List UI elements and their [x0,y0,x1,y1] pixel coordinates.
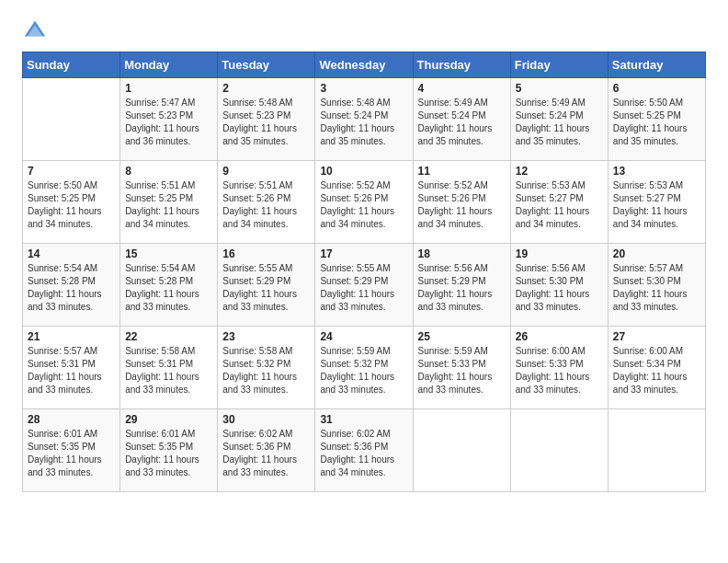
day-info: Sunrise: 5:56 AM Sunset: 5:30 PM Dayligh… [516,262,603,314]
day-info: Sunrise: 5:51 AM Sunset: 5:25 PM Dayligh… [125,179,212,231]
day-number: 1 [125,82,212,95]
calendar-week-3: 14Sunrise: 5:54 AM Sunset: 5:28 PM Dayli… [23,244,706,327]
day-number: 17 [320,247,407,260]
day-info: Sunrise: 5:48 AM Sunset: 5:24 PM Dayligh… [320,97,407,148]
calendar-cell: 31Sunrise: 6:02 AM Sunset: 5:36 PM Dayli… [315,409,413,492]
day-number: 23 [222,330,310,343]
calendar-cell: 18Sunrise: 5:56 AM Sunset: 5:29 PM Dayli… [413,244,510,327]
day-info: Sunrise: 5:55 AM Sunset: 5:29 PM Dayligh… [320,262,407,314]
calendar-cell: 14Sunrise: 5:54 AM Sunset: 5:28 PM Dayli… [23,244,120,327]
calendar-week-2: 7Sunrise: 5:50 AM Sunset: 5:25 PM Daylig… [23,161,706,244]
calendar-cell: 16Sunrise: 5:55 AM Sunset: 5:29 PM Dayli… [218,244,315,327]
calendar-cell: 9Sunrise: 5:51 AM Sunset: 5:26 PM Daylig… [218,161,315,244]
calendar-cell: 21Sunrise: 5:57 AM Sunset: 5:31 PM Dayli… [23,327,120,409]
calendar-cell: 13Sunrise: 5:53 AM Sunset: 5:27 PM Dayli… [608,161,705,244]
day-info: Sunrise: 5:52 AM Sunset: 5:26 PM Dayligh… [418,179,506,231]
calendar-cell: 26Sunrise: 6:00 AM Sunset: 5:33 PM Dayli… [510,327,608,409]
day-info: Sunrise: 5:54 AM Sunset: 5:28 PM Dayligh… [125,262,212,314]
day-info: Sunrise: 5:49 AM Sunset: 5:24 PM Dayligh… [516,97,603,148]
calendar-cell: 30Sunrise: 6:02 AM Sunset: 5:36 PM Dayli… [218,409,315,492]
calendar-cell [413,409,510,492]
day-number: 19 [516,247,603,260]
day-number: 14 [28,247,115,260]
day-number: 7 [28,165,115,178]
day-header-monday: Monday [120,52,218,78]
day-number: 12 [516,165,603,178]
day-number: 5 [516,82,603,95]
day-number: 11 [418,165,506,178]
calendar-cell: 4Sunrise: 5:49 AM Sunset: 5:24 PM Daylig… [413,78,510,161]
day-info: Sunrise: 5:53 AM Sunset: 5:27 PM Dayligh… [613,179,700,231]
day-header-saturday: Saturday [608,52,705,78]
calendar-cell: 28Sunrise: 6:01 AM Sunset: 5:35 PM Dayli… [23,409,120,492]
day-number: 29 [125,413,212,426]
day-header-friday: Friday [510,52,608,78]
day-info: Sunrise: 5:56 AM Sunset: 5:29 PM Dayligh… [418,262,506,314]
calendar-cell: 23Sunrise: 5:58 AM Sunset: 5:32 PM Dayli… [218,327,315,409]
day-number: 26 [516,330,603,343]
day-number: 13 [613,165,700,178]
day-header-wednesday: Wednesday [315,52,413,78]
day-info: Sunrise: 6:02 AM Sunset: 5:36 PM Dayligh… [320,428,407,479]
day-info: Sunrise: 6:01 AM Sunset: 5:35 PM Dayligh… [28,428,115,479]
calendar-week-5: 28Sunrise: 6:01 AM Sunset: 5:35 PM Dayli… [23,409,706,492]
calendar-week-1: 1Sunrise: 5:47 AM Sunset: 5:23 PM Daylig… [23,78,706,161]
calendar-cell: 22Sunrise: 5:58 AM Sunset: 5:31 PM Dayli… [120,327,218,409]
day-info: Sunrise: 5:50 AM Sunset: 5:25 PM Dayligh… [613,97,700,148]
calendar-cell: 10Sunrise: 5:52 AM Sunset: 5:26 PM Dayli… [315,161,413,244]
calendar-cell: 12Sunrise: 5:53 AM Sunset: 5:27 PM Dayli… [510,161,608,244]
day-number: 30 [222,413,310,426]
calendar-cell: 20Sunrise: 5:57 AM Sunset: 5:30 PM Dayli… [608,244,705,327]
day-number: 27 [613,330,700,343]
calendar-cell [510,409,608,492]
day-info: Sunrise: 5:58 AM Sunset: 5:31 PM Dayligh… [125,345,212,396]
day-number: 20 [613,247,700,260]
day-info: Sunrise: 5:47 AM Sunset: 5:23 PM Dayligh… [125,97,212,148]
calendar-cell: 24Sunrise: 5:59 AM Sunset: 5:32 PM Dayli… [315,327,413,409]
day-info: Sunrise: 5:59 AM Sunset: 5:33 PM Dayligh… [418,345,506,396]
day-number: 4 [418,82,506,95]
day-number: 18 [418,247,506,260]
calendar-cell: 27Sunrise: 6:00 AM Sunset: 5:34 PM Dayli… [608,327,705,409]
day-info: Sunrise: 5:59 AM Sunset: 5:32 PM Dayligh… [320,345,407,396]
calendar-cell: 11Sunrise: 5:52 AM Sunset: 5:26 PM Dayli… [413,161,510,244]
calendar-cell: 19Sunrise: 5:56 AM Sunset: 5:30 PM Dayli… [510,244,608,327]
day-info: Sunrise: 5:51 AM Sunset: 5:26 PM Dayligh… [222,179,310,231]
calendar-cell: 6Sunrise: 5:50 AM Sunset: 5:25 PM Daylig… [608,78,705,161]
day-info: Sunrise: 5:57 AM Sunset: 5:30 PM Dayligh… [613,262,700,314]
day-number: 28 [28,413,115,426]
day-info: Sunrise: 6:00 AM Sunset: 5:34 PM Dayligh… [613,345,700,396]
calendar-cell: 3Sunrise: 5:48 AM Sunset: 5:24 PM Daylig… [315,78,413,161]
page-header [22,18,706,44]
day-info: Sunrise: 6:00 AM Sunset: 5:33 PM Dayligh… [516,345,603,396]
calendar-cell: 7Sunrise: 5:50 AM Sunset: 5:25 PM Daylig… [23,161,120,244]
day-info: Sunrise: 5:53 AM Sunset: 5:27 PM Dayligh… [516,179,603,231]
day-number: 22 [125,330,212,343]
day-number: 25 [418,330,506,343]
day-number: 6 [613,82,700,95]
day-header-thursday: Thursday [413,52,510,78]
calendar-week-4: 21Sunrise: 5:57 AM Sunset: 5:31 PM Dayli… [23,327,706,409]
calendar-cell: 15Sunrise: 5:54 AM Sunset: 5:28 PM Dayli… [120,244,218,327]
logo-icon [22,18,48,44]
day-info: Sunrise: 5:50 AM Sunset: 5:25 PM Dayligh… [28,179,115,231]
day-number: 3 [320,82,407,95]
calendar-cell: 8Sunrise: 5:51 AM Sunset: 5:25 PM Daylig… [120,161,218,244]
day-number: 16 [222,247,310,260]
day-number: 9 [222,165,310,178]
day-info: Sunrise: 5:49 AM Sunset: 5:24 PM Dayligh… [418,97,506,148]
day-info: Sunrise: 5:52 AM Sunset: 5:26 PM Dayligh… [320,179,407,231]
day-info: Sunrise: 6:01 AM Sunset: 5:35 PM Dayligh… [125,428,212,479]
day-number: 21 [28,330,115,343]
day-header-sunday: Sunday [23,52,120,78]
calendar-cell: 1Sunrise: 5:47 AM Sunset: 5:23 PM Daylig… [120,78,218,161]
calendar-cell: 2Sunrise: 5:48 AM Sunset: 5:23 PM Daylig… [218,78,315,161]
day-info: Sunrise: 5:55 AM Sunset: 5:29 PM Dayligh… [222,262,310,314]
day-number: 31 [320,413,407,426]
day-header-tuesday: Tuesday [218,52,315,78]
calendar-cell: 5Sunrise: 5:49 AM Sunset: 5:24 PM Daylig… [510,78,608,161]
day-number: 24 [320,330,407,343]
calendar-table: SundayMondayTuesdayWednesdayThursdayFrid… [22,52,706,492]
day-info: Sunrise: 5:48 AM Sunset: 5:23 PM Dayligh… [222,97,310,148]
calendar-cell [608,409,705,492]
